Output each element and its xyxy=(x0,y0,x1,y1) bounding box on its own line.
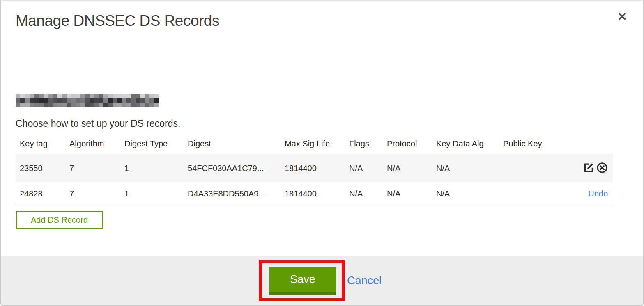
cell-digest: 54FCF030AA1C79... xyxy=(188,164,285,173)
subtitle-text: Choose how to set up your DS records. xyxy=(16,118,180,129)
column-header-digest: Digest xyxy=(188,139,285,148)
cell-digest-type: 1 xyxy=(124,189,188,199)
column-header-key-tag: Key tag xyxy=(16,139,69,148)
cell-key-data-alg: N/A xyxy=(436,164,503,173)
column-header-public-key: Public Key xyxy=(503,139,613,148)
save-button[interactable]: Save xyxy=(269,267,336,295)
row-actions xyxy=(503,162,613,174)
cancel-link[interactable]: Cancel xyxy=(347,274,382,287)
table-row: 23550 7 1 54FCF030AA1C79... 1814400 N/A … xyxy=(16,154,613,182)
close-button[interactable] xyxy=(616,11,628,23)
column-header-flags: Flags xyxy=(349,139,387,148)
add-ds-record-button[interactable]: Add DS Record xyxy=(16,211,103,229)
column-header-key-data-alg: Key Data Alg xyxy=(436,139,503,148)
cell-flags: N/A xyxy=(349,189,387,199)
edit-record-button[interactable] xyxy=(583,162,595,174)
column-header-max-sig-life: Max Sig Life xyxy=(285,139,349,148)
cell-key-tag: 23550 xyxy=(16,164,69,173)
column-header-digest-type: Digest Type xyxy=(124,139,188,148)
delete-record-button[interactable] xyxy=(596,162,608,174)
table-header-row: Key tag Algorithm Digest Type Digest Max… xyxy=(16,136,613,154)
cell-protocol: N/A xyxy=(387,164,436,173)
delete-circle-x-icon xyxy=(596,162,608,175)
cell-max-sig-life: 1814400 xyxy=(285,189,349,199)
cell-digest: D4A33E8DD550A9... xyxy=(188,189,285,199)
cell-algorithm: 7 xyxy=(69,164,124,173)
redacted-domain xyxy=(16,94,159,107)
undo-link[interactable]: Undo xyxy=(588,189,608,199)
cell-key-data-alg: N/A xyxy=(436,189,503,199)
close-icon xyxy=(617,11,628,23)
page-title: Manage DNSSEC DS Records xyxy=(16,12,219,30)
column-header-protocol: Protocol xyxy=(387,139,436,148)
dnssec-modal: Manage DNSSEC DS Records Choose how to s… xyxy=(0,0,644,306)
cell-flags: N/A xyxy=(349,164,387,173)
cell-algorithm: 7 xyxy=(69,189,124,199)
cell-max-sig-life: 1814400 xyxy=(285,164,349,173)
row-actions: Undo xyxy=(503,189,613,199)
table-row-deleted: 24828 7 1 D4A33E8DD550A9... 1814400 N/A … xyxy=(16,182,613,206)
cell-digest-type: 1 xyxy=(124,164,188,173)
ds-records-table: Key tag Algorithm Digest Type Digest Max… xyxy=(16,136,613,206)
cell-key-tag: 24828 xyxy=(16,189,69,199)
column-header-algorithm: Algorithm xyxy=(69,139,124,148)
cell-protocol: N/A xyxy=(387,189,436,199)
edit-pencil-square-icon xyxy=(583,162,594,174)
